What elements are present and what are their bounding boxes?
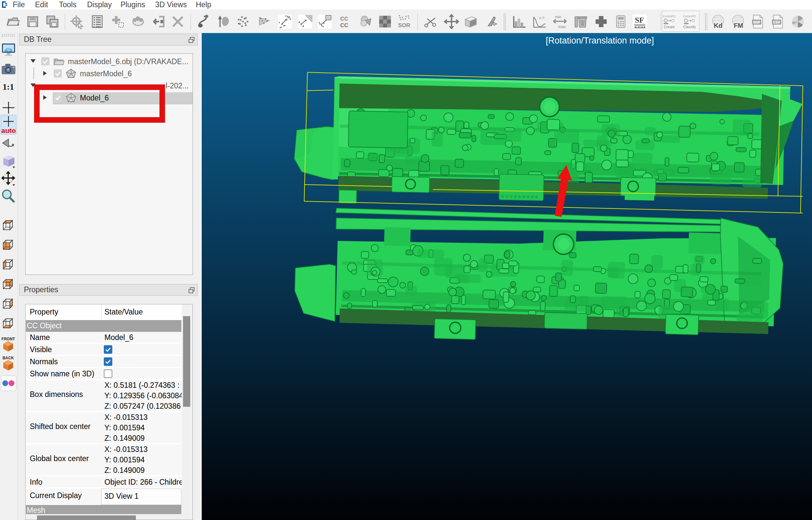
svg-text:Kd: Kd [714,22,722,29]
svg-text:Classify: Classify [683,25,696,29]
svg-text:CC: CC [340,22,348,28]
svg-text:μ,σ: μ,σ [539,16,544,19]
svg-text:FRONT: FRONT [1,337,15,341]
svg-text:Create: Create [664,25,675,29]
svg-text:CC: CC [340,16,348,22]
svg-text:[Rotation/Translation mode]: [Rotation/Translation mode] [546,36,654,46]
svg-text:BACK: BACK [3,356,14,360]
svg-text:SF: SF [635,16,644,24]
svg-text:SHP: SHP [753,20,760,24]
svg-text:CANUPO: CANUPO [663,15,676,18]
svg-text:SOR: SOR [398,22,410,28]
svg-text:min: min [555,15,561,19]
svg-text:FM: FM [734,22,743,29]
svg-text:max: max [558,25,566,29]
svg-text:CSV: CSV [773,20,780,24]
svg-text:CANUPO: CANUPO [683,15,696,18]
